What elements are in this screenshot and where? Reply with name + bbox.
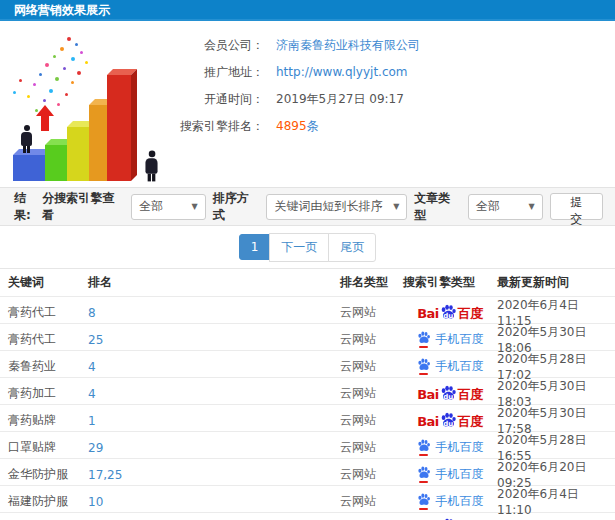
filter-group: 分搜索引擎查看 全部 ▼ 排序方式 关键词由短到长排序 ▼ 文章类型 全部 ▼ … (42, 190, 603, 224)
engine-select[interactable]: 全部 ▼ (131, 194, 206, 220)
member-company-row: 会员公司： 济南秦鲁药业科技有限公司 (172, 37, 420, 54)
baidu-paw-icon (417, 439, 431, 456)
engine-logo-cell: Baidu百度 (403, 412, 497, 429)
open-time-value: 2019年5月27日 09:17 (276, 91, 404, 108)
baidu-logo: Baidu百度 (417, 304, 483, 321)
article-type-select-value: 全部 (476, 198, 500, 215)
baidu-logo: Baidu百度 (417, 412, 483, 429)
keyword-cell: 福建防护服 (8, 493, 88, 510)
member-company-link[interactable]: 济南秦鲁药业科技有限公司 (276, 37, 420, 54)
keyword-cell: 膏药代工 (8, 304, 88, 321)
rank-type-cell: 云网站 (340, 358, 403, 375)
rank-link[interactable]: 10 (88, 495, 340, 509)
page-1-button[interactable]: 1 (239, 234, 271, 260)
member-company-label: 会员公司： (172, 37, 264, 54)
table-row: 福建防护服 10 云网站 手机百度 2020年6月4日 11:10 (0, 485, 615, 512)
baidu-paw-icon (417, 358, 431, 375)
keyword-cell: 膏药加工 (8, 385, 88, 402)
keyword-cell: 膏药贴牌 (8, 412, 88, 429)
rank-link[interactable]: 8 (88, 306, 340, 320)
rank-link[interactable]: 1 (88, 414, 340, 428)
engine-logo-cell: 手机百度 (403, 439, 497, 456)
table-row: 膏药代工 25 云网站 手机百度 2020年5月30日 18:06 (0, 323, 615, 350)
baidu-paw-icon: du (440, 304, 457, 321)
open-time-label: 开通时间： (172, 91, 264, 108)
keyword-cell: 金华防护服 (8, 466, 88, 483)
mobile-baidu-logo: 手机百度 (417, 493, 484, 510)
table-row: 膏药加工 4 云网站 Baidu百度 2020年5月30日 18:03 (0, 377, 615, 404)
table-body: 膏药代工 8 云网站 Baidu百度 2020年6月4日 11:15 膏药代工 … (0, 296, 615, 520)
baidu-paw-icon (417, 331, 431, 348)
promo-url-row: 推广地址： http://www.qlyyjt.com (172, 64, 408, 81)
bar-blue (13, 155, 45, 181)
rank-count-suffix: 条 (307, 119, 319, 133)
rank-link[interactable]: 4 (88, 387, 340, 401)
rank-link[interactable]: 29 (88, 441, 340, 455)
open-time-row: 开通时间： 2019年5月27日 09:17 (172, 91, 404, 108)
engine-rank-value: 4895条 (276, 118, 319, 135)
baidu-paw-icon: du (440, 412, 457, 429)
pagination: 1 下一页 尾页 (0, 226, 615, 268)
chevron-down-icon: ▼ (192, 202, 198, 211)
mobile-baidu-logo: 手机百度 (417, 331, 484, 348)
updated-time-cell: 2020年6月4日 11:10 (497, 486, 615, 517)
promo-url-link[interactable]: http://www.qlyyjt.com (276, 65, 408, 79)
rank-link[interactable]: 17,25 (88, 468, 340, 482)
col-header-keyword: 关键词 (8, 274, 88, 291)
col-header-engine-type: 搜索引擎类型 (403, 274, 497, 291)
table-row: 口罩贴牌 29 云网站 手机百度 2020年5月28日 16:55 (0, 431, 615, 458)
page-title: 网络营销效果展示 (0, 0, 615, 21)
baidu-paw-icon (417, 493, 431, 510)
chevron-down-icon: ▼ (393, 202, 399, 211)
rank-type-cell: 云网站 (340, 304, 403, 321)
engine-logo-cell: 手机百度 (403, 331, 497, 348)
table-row: 膏药贴牌 1 云网站 Baidu百度 2020年5月30日 17:58 (0, 404, 615, 431)
col-header-updated: 最新更新时间 (497, 274, 615, 291)
bar-green (45, 145, 69, 181)
filter-bar: 结果: 分搜索引擎查看 全部 ▼ 排序方式 关键词由短到长排序 ▼ 文章类型 全… (0, 187, 615, 226)
col-header-rank-type: 排名类型 (340, 274, 403, 291)
rank-type-cell: 云网站 (340, 439, 403, 456)
engine-logo-cell: Baidu百度 (403, 304, 497, 321)
sort-select[interactable]: 关键词由短到长排序 ▼ (266, 194, 407, 220)
engine-logo-cell: 手机百度 (403, 358, 497, 375)
engine-logo-cell: Baidu百度 (403, 385, 497, 402)
engine-logo-cell: 手机百度 (403, 466, 497, 483)
result-label: 结果: (14, 190, 42, 224)
mobile-baidu-logo: 手机百度 (417, 358, 484, 375)
keyword-rank-table: 关键词 排名 排名类型 搜索引擎类型 最新更新时间 膏药代工 8 云网站 Bai… (0, 268, 615, 520)
submit-button[interactable]: 提交 (550, 193, 603, 220)
up-arrow-icon (36, 105, 54, 131)
chevron-down-icon: ▼ (528, 202, 534, 211)
article-type-select[interactable]: 全部 ▼ (468, 194, 543, 220)
businessman-right-figure (145, 151, 157, 182)
engine-rank-row: 搜索引擎排名： 4895条 (172, 118, 319, 135)
next-page-button[interactable]: 下一页 (269, 233, 329, 262)
article-type-label: 文章类型 (414, 190, 461, 224)
rank-link[interactable]: 25 (88, 333, 340, 347)
last-page-button[interactable]: 尾页 (328, 233, 376, 262)
rank-link[interactable]: 4 (88, 360, 340, 374)
engine-select-value: 全部 (139, 198, 163, 215)
sort-select-value: 关键词由短到长排序 (274, 198, 382, 215)
bar-red (107, 75, 131, 181)
promo-url-label: 推广地址： (172, 64, 264, 81)
mobile-baidu-logo: 手机百度 (417, 466, 484, 483)
engine-rank-label: 搜索引擎排名： (172, 118, 264, 135)
table-row: 金华防护服 17,25 云网站 手机百度 2020年6月20日 09:25 (0, 458, 615, 485)
rank-type-cell: 云网站 (340, 493, 403, 510)
rank-type-cell: 云网站 (340, 331, 403, 348)
engine-filter-label: 分搜索引擎查看 (42, 190, 124, 224)
engine-logo-cell: 手机百度 (403, 493, 497, 510)
rank-count: 4895 (276, 119, 307, 133)
businessman-left-figure (21, 125, 32, 153)
table-row: 膏药代工 8 云网站 Baidu百度 2020年6月4日 11:15 (0, 296, 615, 323)
rank-type-cell: 云网站 (340, 466, 403, 483)
sort-filter-label: 排序方式 (213, 190, 260, 224)
table-header-row: 关键词 排名 排名类型 搜索引擎类型 最新更新时间 (0, 268, 615, 296)
col-header-rank: 排名 (88, 274, 340, 291)
keyword-cell: 膏药代工 (8, 331, 88, 348)
baidu-paw-icon: du (440, 385, 457, 402)
table-row: 秦鲁药业 4 云网站 手机百度 2020年5月28日 17:02 (0, 350, 615, 377)
baidu-paw-icon (417, 466, 431, 483)
